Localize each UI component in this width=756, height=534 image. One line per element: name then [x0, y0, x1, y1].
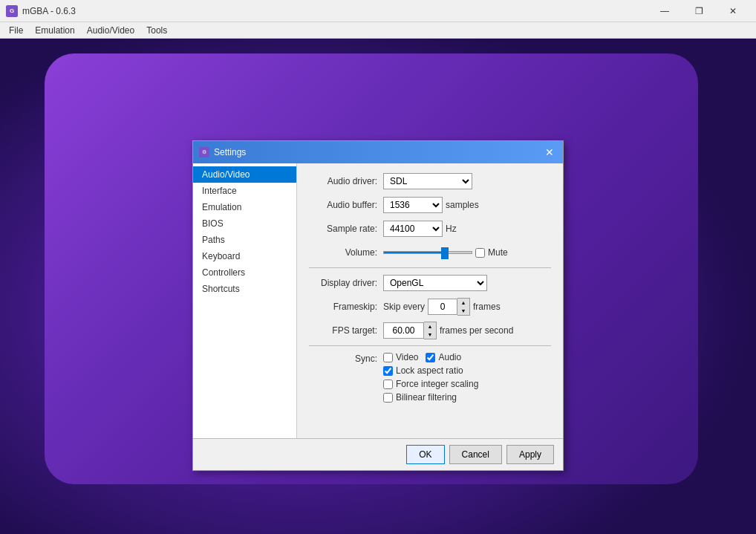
- audio-buffer-row: Audio buffer: 512 1024 1536 2048 4096 sa…: [309, 196, 551, 214]
- audio-driver-control: SDL OpenAL QTMultimedia: [383, 173, 472, 189]
- fps-spinner: ▲ ▼: [383, 322, 437, 339]
- fps-target-control: ▲ ▼ frames per second: [383, 322, 513, 339]
- window-title: mGBA - 0.6.3: [22, 6, 648, 16]
- sync-audio-checkbox[interactable]: [426, 353, 435, 362]
- fps-target-row: FPS target: ▲ ▼ frames per second: [309, 322, 551, 339]
- frameskip-spinner-buttons: ▲ ▼: [457, 298, 470, 316]
- sample-rate-unit: Hz: [446, 224, 457, 234]
- lock-aspect-text: Lock aspect ratio: [396, 365, 463, 376]
- force-integer-checkbox[interactable]: [383, 380, 393, 389]
- sample-rate-control: 22050 32000 44100 48000 Hz: [383, 221, 457, 237]
- ok-button[interactable]: OK: [406, 445, 444, 464]
- dialog-footer: OK Cancel Apply: [193, 438, 563, 470]
- menu-file[interactable]: File: [3, 24, 29, 37]
- dialog-icon: ⚙: [199, 147, 209, 157]
- frameskip-down-button[interactable]: ▼: [457, 307, 469, 315]
- menu-emulation[interactable]: Emulation: [29, 24, 80, 37]
- display-driver-control: OpenGL OpenGL (force 1x) Software: [383, 275, 487, 291]
- separator-2: [309, 345, 551, 346]
- bilinear-checkbox[interactable]: [383, 393, 393, 403]
- frameskip-spinner: ▲ ▼: [428, 298, 470, 316]
- sync-row: Sync: Video Audio: [309, 352, 551, 403]
- menu-audiovideo[interactable]: Audio/Video: [81, 24, 141, 37]
- separator-1: [309, 267, 551, 268]
- fps-target-label: FPS target:: [309, 325, 383, 336]
- sidebar-item-interface[interactable]: Interface: [193, 183, 296, 199]
- display-driver-select[interactable]: OpenGL OpenGL (force 1x) Software: [383, 275, 487, 291]
- sync-audio-label[interactable]: Audio: [426, 352, 461, 362]
- audio-buffer-label: Audio buffer:: [309, 200, 383, 210]
- fps-unit: frames per second: [440, 325, 513, 336]
- display-driver-row: Display driver: OpenGL OpenGL (force 1x)…: [309, 274, 551, 292]
- dialog-close-button[interactable]: ✕: [542, 145, 557, 160]
- audio-driver-select[interactable]: SDL OpenAL QTMultimedia: [383, 173, 472, 189]
- sync-label: Sync:: [309, 352, 383, 364]
- sidebar-item-paths[interactable]: Paths: [193, 232, 296, 248]
- audio-buffer-unit: samples: [446, 200, 479, 210]
- sync-video-label[interactable]: Video: [383, 352, 418, 362]
- sidebar-item-audiovideo[interactable]: Audio/Video: [193, 166, 296, 183]
- sidebar-item-controllers[interactable]: Controllers: [193, 264, 296, 281]
- sidebar-item-bios[interactable]: BIOS: [193, 215, 296, 232]
- sample-rate-label: Sample rate:: [309, 224, 383, 234]
- volume-fill: [384, 252, 446, 253]
- mute-checkbox[interactable]: [475, 248, 485, 258]
- sync-video-text: Video: [396, 352, 418, 362]
- close-button[interactable]: ✕: [716, 0, 750, 22]
- settings-dialog: ⚙ Settings ✕ Audio/Video Interface Emula…: [192, 140, 564, 471]
- lock-aspect-label[interactable]: Lock aspect ratio: [383, 365, 478, 376]
- volume-thumb[interactable]: [441, 247, 449, 259]
- sync-video-checkbox[interactable]: [383, 353, 393, 362]
- volume-control: Mute: [383, 247, 508, 258]
- frameskip-row: Frameskip: Skip every ▲ ▼ frames: [309, 298, 551, 316]
- sidebar-item-keyboard[interactable]: Keyboard: [193, 248, 296, 264]
- menu-tools[interactable]: Tools: [140, 24, 173, 37]
- sync-video-audio-row: Video Audio: [383, 352, 478, 362]
- window-controls: — ❐ ✕: [648, 0, 750, 22]
- settings-content: Audio driver: SDL OpenAL QTMultimedia Au…: [297, 163, 563, 438]
- apply-button[interactable]: Apply: [506, 445, 554, 464]
- frameskip-suffix: frames: [473, 302, 501, 312]
- audio-driver-label: Audio driver:: [309, 176, 383, 186]
- audio-driver-row: Audio driver: SDL OpenAL QTMultimedia: [309, 172, 551, 190]
- frameskip-label: Frameskip:: [309, 302, 383, 312]
- app-icon: G: [6, 5, 18, 17]
- menu-bar: File Emulation Audio/Video Tools: [0, 22, 756, 39]
- fps-spinner-buttons: ▲ ▼: [424, 322, 437, 339]
- dialog-title-bar: ⚙ Settings ✕: [193, 141, 563, 163]
- volume-slider[interactable]: [383, 251, 472, 254]
- bilinear-label[interactable]: Bilinear filtering: [383, 392, 478, 403]
- display-driver-label: Display driver:: [309, 278, 383, 288]
- title-bar: G mGBA - 0.6.3 — ❐ ✕: [0, 0, 756, 22]
- minimize-button[interactable]: —: [648, 0, 682, 22]
- background: ⚙ Settings ✕ Audio/Video Interface Emula…: [0, 39, 756, 534]
- dialog-body: Audio/Video Interface Emulation BIOS Pat…: [193, 163, 563, 438]
- sidebar-item-shortcuts[interactable]: Shortcuts: [193, 281, 296, 297]
- audio-buffer-select[interactable]: 512 1024 1536 2048 4096: [383, 197, 443, 213]
- sync-audio-text: Audio: [438, 352, 461, 362]
- bilinear-text: Bilinear filtering: [396, 392, 457, 403]
- fps-down-button[interactable]: ▼: [424, 331, 436, 339]
- frameskip-control: Skip every ▲ ▼ frames: [383, 298, 501, 316]
- frameskip-prefix: Skip every: [383, 302, 425, 312]
- frameskip-up-button[interactable]: ▲: [457, 299, 469, 307]
- frameskip-input[interactable]: [428, 299, 457, 315]
- mute-label[interactable]: Mute: [488, 247, 508, 258]
- cancel-button[interactable]: Cancel: [449, 445, 502, 464]
- fps-input[interactable]: [383, 322, 424, 339]
- fps-up-button[interactable]: ▲: [424, 322, 436, 331]
- modal-overlay: ⚙ Settings ✕ Audio/Video Interface Emula…: [0, 77, 756, 534]
- maximize-button[interactable]: ❐: [682, 0, 716, 22]
- sample-rate-select[interactable]: 22050 32000 44100 48000: [383, 221, 443, 237]
- settings-sidebar: Audio/Video Interface Emulation BIOS Pat…: [193, 163, 297, 438]
- sidebar-item-emulation[interactable]: Emulation: [193, 199, 296, 215]
- force-integer-label[interactable]: Force integer scaling: [383, 379, 478, 389]
- dialog-title: Settings: [214, 147, 542, 157]
- sync-controls: Video Audio Lock aspect ratio: [383, 352, 478, 403]
- force-integer-text: Force integer scaling: [396, 379, 478, 389]
- audio-buffer-control: 512 1024 1536 2048 4096 samples: [383, 197, 479, 213]
- sample-rate-row: Sample rate: 22050 32000 44100 48000 Hz: [309, 220, 551, 238]
- volume-label: Volume:: [309, 247, 383, 258]
- lock-aspect-checkbox[interactable]: [383, 366, 393, 376]
- volume-row: Volume: Mute: [309, 244, 551, 261]
